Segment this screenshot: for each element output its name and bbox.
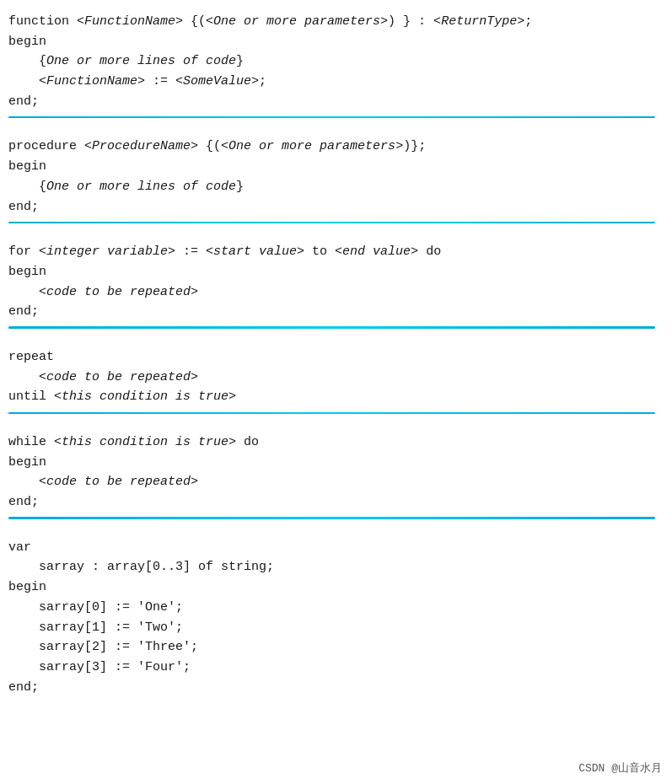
code-line: procedure <ProcedureName> {(<One or more… xyxy=(8,137,664,157)
code-line: begin xyxy=(8,32,664,52)
code-line: <code to be repeated> xyxy=(8,282,664,303)
code-line: function <FunctionName> {(<One or more p… xyxy=(8,12,664,32)
separator xyxy=(8,330,664,342)
code-line: sarray[0] := 'One'; xyxy=(8,598,664,618)
code-line: until <this condition is true> xyxy=(8,387,664,407)
code-line: end; xyxy=(8,492,664,513)
code-line: <code to be repeated> xyxy=(8,368,664,388)
procedure-block: procedure <ProcedureName> {(<One or more… xyxy=(8,132,664,225)
code-line: sarray[3] := 'Four'; xyxy=(8,658,664,678)
code-line: while <this condition is true> do xyxy=(8,432,664,453)
footer-text: CSDN @山音水月 xyxy=(578,760,662,777)
code-line: sarray[2] := 'Three'; xyxy=(8,637,664,658)
separator xyxy=(8,225,664,237)
code-line: end; xyxy=(8,678,664,698)
code-line: begin xyxy=(8,453,664,473)
code-line: end; xyxy=(8,92,664,112)
separator xyxy=(8,120,664,132)
code-line: repeat xyxy=(8,347,664,368)
for-block: for <integer variable> := <start value> … xyxy=(8,237,664,330)
var-block: var sarray : array[0..3] of string; begi… xyxy=(8,533,664,706)
code-line: var xyxy=(8,538,664,558)
while-block: while <this condition is true> do begin … xyxy=(8,427,664,521)
code-line: sarray[1] := 'Two'; xyxy=(8,618,664,638)
separator xyxy=(8,416,664,427)
code-line: end; xyxy=(8,197,664,217)
code-container: function <FunctionName> {(<One or more p… xyxy=(0,0,672,765)
function-block: function <FunctionName> {(<One or more p… xyxy=(8,7,664,120)
code-line: begin xyxy=(8,157,664,177)
code-line: <code to be repeated> xyxy=(8,472,664,492)
code-line: {One or more lines of code} xyxy=(8,51,664,72)
code-line: begin xyxy=(8,577,664,598)
repeat-block: repeat <code to be repeated> until <this… xyxy=(8,342,664,416)
separator xyxy=(8,521,664,533)
code-line: sarray : array[0..3] of string; xyxy=(8,557,664,577)
code-line: end; xyxy=(8,302,664,322)
code-line: begin xyxy=(8,262,664,282)
code-line: <FunctionName> := <SomeValue>; xyxy=(8,72,664,92)
code-line: {One or more lines of code} xyxy=(8,177,664,197)
code-line: for <integer variable> := <start value> … xyxy=(8,242,664,262)
